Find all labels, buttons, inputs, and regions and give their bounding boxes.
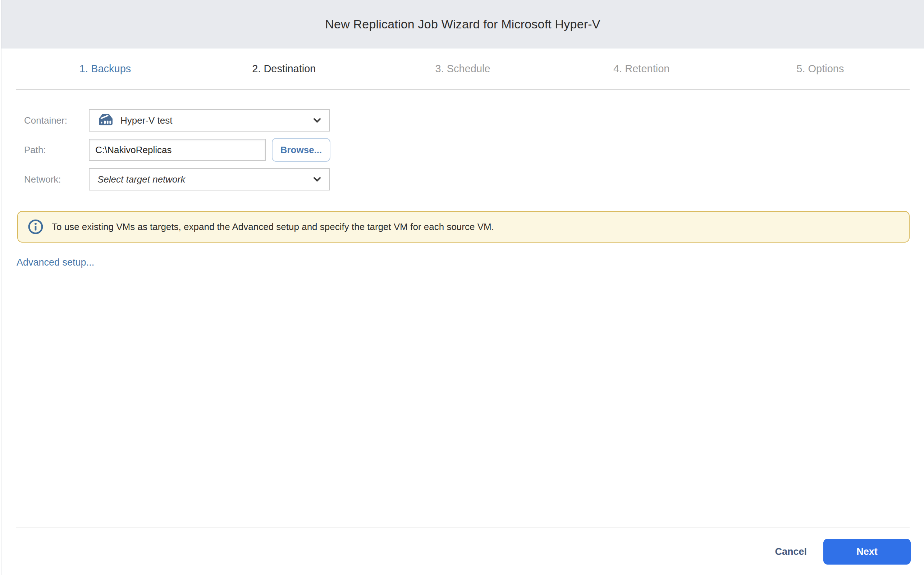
browse-button[interactable]: Browse... bbox=[272, 138, 331, 162]
info-icon bbox=[27, 219, 44, 235]
wizard-steps: 1. Backups 2. Destination 3. Schedule 4.… bbox=[16, 49, 910, 90]
chevron-down-icon bbox=[313, 177, 321, 182]
advanced-setup-link[interactable]: Advanced setup... bbox=[16, 257, 94, 268]
step-backups[interactable]: 1. Backups bbox=[16, 63, 194, 75]
network-select[interactable]: Select target network bbox=[89, 168, 330, 191]
step-destination[interactable]: 2. Destination bbox=[194, 63, 373, 75]
next-button[interactable]: Next bbox=[823, 539, 911, 565]
content-spacer bbox=[2, 268, 924, 527]
destination-form: Container: Hyper-V test bbox=[2, 90, 924, 197]
path-row: Path: Browse... bbox=[2, 138, 924, 162]
network-placeholder: Select target network bbox=[97, 174, 313, 185]
step-options: 5. Options bbox=[731, 63, 910, 75]
network-label: Network: bbox=[2, 174, 89, 185]
replication-wizard-dialog: New Replication Job Wizard for Microsoft… bbox=[1, 0, 924, 575]
container-value: Hyper-V test bbox=[121, 115, 313, 126]
chevron-down-icon bbox=[313, 118, 321, 123]
path-input[interactable] bbox=[89, 139, 266, 161]
wizard-title: New Replication Job Wizard for Microsoft… bbox=[325, 17, 600, 31]
path-label: Path: bbox=[2, 145, 89, 156]
footer: Cancel Next bbox=[2, 528, 924, 575]
container-select[interactable]: Hyper-V test bbox=[89, 109, 330, 132]
container-label: Container: bbox=[2, 115, 89, 126]
step-schedule: 3. Schedule bbox=[373, 63, 552, 75]
wizard-titlebar: New Replication Job Wizard for Microsoft… bbox=[2, 0, 924, 49]
network-row: Network: Select target network bbox=[2, 168, 924, 191]
step-retention: 4. Retention bbox=[552, 63, 731, 75]
info-banner: To use existing VMs as targets, expand t… bbox=[17, 211, 910, 243]
cancel-button[interactable]: Cancel bbox=[775, 546, 807, 558]
hyperv-host-icon bbox=[97, 113, 114, 128]
container-row: Container: Hyper-V test bbox=[2, 109, 924, 132]
info-banner-text: To use existing VMs as targets, expand t… bbox=[52, 221, 494, 232]
